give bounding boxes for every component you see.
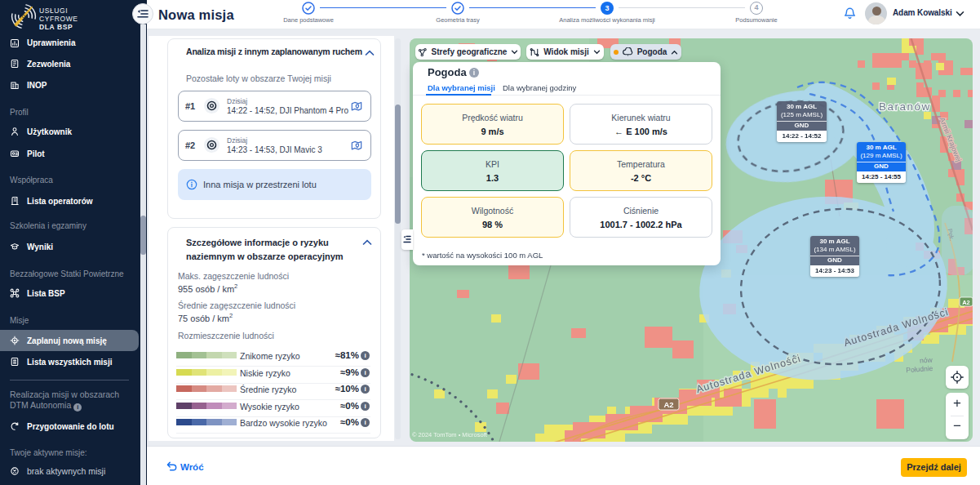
svg-text:A2: A2 — [663, 400, 673, 409]
svg-text:Baranów: Baranów — [879, 100, 931, 113]
svg-text:© 2024 TomTom • Microsoft: © 2024 TomTom • Microsoft — [412, 431, 488, 438]
svg-text:nów: nów — [920, 355, 933, 364]
svg-text:A2: A2 — [962, 299, 970, 306]
